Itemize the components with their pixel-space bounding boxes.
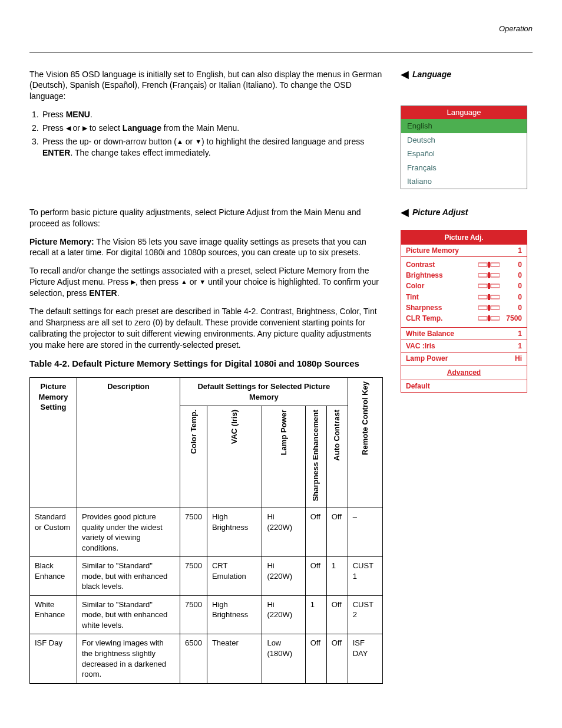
pa-picture-memory[interactable]: Picture Memory 1 xyxy=(401,245,527,256)
section-header: Operation xyxy=(29,24,533,34)
down-arrow-icon: ▼ xyxy=(199,279,206,285)
lang-opt-francais[interactable]: Français xyxy=(401,161,527,175)
pa-sharpness[interactable]: Sharpness0 xyxy=(406,302,522,313)
table-row: Black Enhance Similar to "Standard" mode… xyxy=(30,557,383,596)
language-menu-title: Language xyxy=(401,106,527,119)
left-arrow-icon: ◀ xyxy=(66,125,71,131)
cell-ac: Off xyxy=(326,634,348,683)
lang-opt-italiano[interactable]: Italiano xyxy=(401,174,527,189)
cell-vac: High Brightness xyxy=(207,508,262,556)
defaults-para: The default settings for each preset are… xyxy=(29,306,383,351)
step-body: Press MENU. xyxy=(42,109,383,120)
pa-color[interactable]: Color0 xyxy=(406,281,522,291)
cell-se: Off xyxy=(305,557,326,596)
text: Press the up- or down-arrow button ( xyxy=(42,137,177,146)
picture-adjust-section: To perform basic picture quality adjustm… xyxy=(29,207,533,684)
language-sidebar: ◀ Language Language English Deutsch Espa… xyxy=(401,69,533,195)
picture-body: To perform basic picture quality adjustm… xyxy=(29,207,383,684)
svg-rect-14 xyxy=(491,306,500,309)
pa-vac-iris[interactable]: VAC :Iris1 xyxy=(401,340,527,352)
language-intro: The Vision 85 OSD language is initially … xyxy=(29,69,383,103)
cell-rc: CUST 1 xyxy=(348,557,382,596)
cell-rc: CUST 2 xyxy=(348,595,382,634)
table-title: Table 4-2. Default Picture Memory Settin… xyxy=(29,358,383,370)
lang-opt-deutsch[interactable]: Deutsch xyxy=(401,133,527,147)
header-rule xyxy=(29,52,533,52)
picture-memory-para: Picture Memory: The Vision 85 lets you s… xyxy=(29,236,383,259)
text: . The change takes effect immediately. xyxy=(70,148,210,157)
pa-lamp-power[interactable]: Lamp PowerHi xyxy=(401,352,527,364)
pa-advanced[interactable]: Advanced xyxy=(401,365,527,380)
language-osd-menu: Language English Deutsch Español Françai… xyxy=(401,106,527,189)
cell-setting: ISF Day xyxy=(30,634,77,683)
col-colortemp: Color Temp. xyxy=(180,406,207,508)
pa-contrast[interactable]: Contrast0 xyxy=(406,259,522,270)
text: . xyxy=(90,110,92,119)
col-description: Description xyxy=(77,378,180,508)
table-row: Standard or Custom Provides good picture… xyxy=(30,508,383,556)
col-vac: VAC (Iris) xyxy=(207,406,262,508)
cell-desc: Similar to "Standard" mode, but with enh… xyxy=(77,595,180,634)
picture-sidebar: ◀ Picture Adjust Picture Adj. Picture Me… xyxy=(401,207,533,684)
svg-rect-6 xyxy=(478,284,487,288)
cell-desc: Provides good picture quality under the … xyxy=(77,508,180,556)
pa-default[interactable]: Default xyxy=(401,380,527,392)
cell-se: Off xyxy=(305,508,326,556)
cell-lp: Hi (220W) xyxy=(262,557,305,596)
slider-icon xyxy=(477,262,501,268)
cell-ac: 1 xyxy=(326,557,348,596)
col-setting: Picture Memory Setting xyxy=(30,378,77,508)
step-num: 2. xyxy=(32,123,42,134)
language-side-label: ◀ Language xyxy=(401,69,533,80)
cell-ct: 7500 xyxy=(180,508,207,556)
picture-intro: To perform basic picture quality adjustm… xyxy=(29,207,383,229)
text: . xyxy=(117,288,120,298)
up-arrow-icon: ▲ xyxy=(177,139,183,145)
cell-ac: Off xyxy=(326,508,348,556)
right-arrow-icon: ▶ xyxy=(82,125,87,131)
pa-clrtemp[interactable]: CLR Temp.7500 xyxy=(406,313,522,324)
pa-title: Picture Adj. xyxy=(401,230,527,245)
pointer-left-icon: ◀ xyxy=(401,207,409,218)
up-arrow-icon: ▲ xyxy=(181,279,187,285)
pa-sliders-group: Contrast0 Brightness0 Color0 Tint0 Sharp… xyxy=(401,256,527,327)
svg-rect-17 xyxy=(491,317,500,320)
table-body: Standard or Custom Provides good picture… xyxy=(30,508,383,683)
side-label-text: Picture Adjust xyxy=(412,207,468,218)
text: or xyxy=(71,123,82,133)
cell-lp: Hi (220W) xyxy=(262,595,305,634)
pa-tint[interactable]: Tint0 xyxy=(406,292,522,302)
lang-opt-english[interactable]: English xyxy=(401,119,527,133)
cell-setting: White Enhance xyxy=(30,595,77,634)
svg-rect-9 xyxy=(478,295,487,299)
pa-name: Picture Memory xyxy=(406,246,501,255)
step-body: Press ◀ or ▶ to select Language from the… xyxy=(42,123,383,134)
lang-opt-espanol[interactable]: Español xyxy=(401,147,527,161)
slider-icon xyxy=(477,272,501,278)
recall-para: To recall and/or change the settings ass… xyxy=(29,265,383,299)
pointer-left-icon: ◀ xyxy=(401,69,409,80)
cell-setting: Black Enhance xyxy=(30,557,77,596)
language-body: The Vision 85 OSD language is initially … xyxy=(29,69,383,195)
picture-adj-panel: Picture Adj. Picture Memory 1 Contrast0 … xyxy=(401,230,527,393)
pa-white-balance[interactable]: White Balance1 xyxy=(401,327,527,340)
step-3: 3. Press the up- or down-arrow button (▲… xyxy=(32,136,383,159)
svg-rect-11 xyxy=(491,295,500,299)
enter-key: ENTER xyxy=(42,148,70,157)
col-lamppower: Lamp Power xyxy=(262,406,305,508)
text: from the Main Menu. xyxy=(161,123,239,133)
slider-icon xyxy=(477,305,501,311)
text: or xyxy=(183,137,195,146)
pa-brightness[interactable]: Brightness0 xyxy=(406,270,522,281)
cell-vac: High Brightness xyxy=(207,595,262,634)
svg-rect-5 xyxy=(491,274,500,277)
language-steps: 1. Press MENU. 2. Press ◀ or ▶ to select… xyxy=(29,109,383,159)
step-num: 1. xyxy=(32,109,42,120)
col-group: Default Settings for Selected Picture Me… xyxy=(180,378,348,406)
table-row: White Enhance Similar to "Standard" mode… xyxy=(30,595,383,634)
cell-lp: Low (180W) xyxy=(262,634,305,683)
step-1: 1. Press MENU. xyxy=(32,109,383,120)
text: Press xyxy=(42,110,66,119)
cell-vac: CRT Emulation xyxy=(207,557,262,596)
text: ) to highlight the desired language and … xyxy=(201,137,364,146)
